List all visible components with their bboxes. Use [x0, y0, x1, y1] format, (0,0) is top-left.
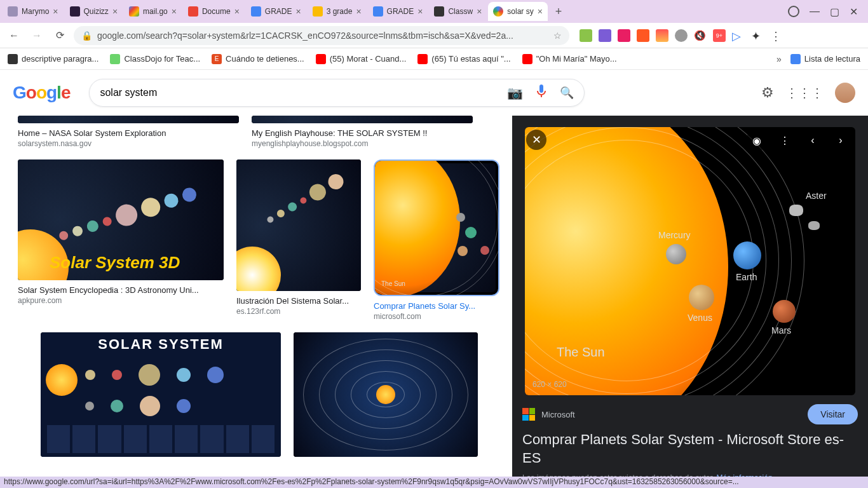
bookmark-descriptive[interactable]: descriptive paragra... — [8, 54, 98, 64]
bookmark-oh-mi-maria[interactable]: "Oh Mi María" Mayo... — [522, 54, 617, 64]
ext-icon-2[interactable] — [599, 29, 611, 42]
close-icon[interactable]: × — [234, 6, 240, 17]
ext-icon-8[interactable]: ▷ — [732, 29, 745, 42]
close-icon[interactable]: × — [53, 6, 58, 17]
detail-image[interactable]: Mercury Venus Earth Mars Aster The Sun 6… — [525, 127, 855, 395]
lens-icon[interactable]: ◉ — [746, 130, 768, 151]
visit-button[interactable]: Visitar — [808, 404, 858, 424]
browser-tab-bar: Marymo× Quizizz× mail.go× Docume× GRADE×… — [0, 0, 868, 23]
content: Home – NASA Solar System Exploration sol… — [0, 116, 868, 477]
result-item[interactable]: Home – NASA Solar System Exploration sol… — [18, 116, 239, 148]
tab-docume[interactable]: Docume× — [183, 2, 245, 21]
close-icon[interactable]: × — [477, 6, 482, 17]
close-icon[interactable]: × — [538, 6, 543, 17]
maximize-icon[interactable]: ▢ — [830, 6, 839, 18]
close-icon[interactable]: × — [172, 6, 177, 17]
bookmark-morat[interactable]: (55) Morat - Cuand... — [316, 54, 407, 64]
forward-button[interactable]: → — [28, 27, 46, 44]
tab-classw[interactable]: Classw× — [429, 2, 487, 21]
reload-button[interactable]: ⟳ — [51, 27, 69, 44]
status-bar: https://www.google.com/url?sa=i&url=http… — [0, 477, 868, 488]
mute-icon[interactable]: 🔇 — [694, 29, 707, 42]
ext-icon-4[interactable] — [637, 29, 649, 42]
bookmark-tu-estas[interactable]: (65) Tú estas aquí "... — [417, 54, 510, 64]
search-box[interactable]: 📷 🔍 — [89, 79, 585, 107]
search-input[interactable] — [100, 87, 507, 98]
mic-icon[interactable] — [536, 85, 547, 101]
result-item[interactable]: SOLAR SYSTEM — [41, 332, 281, 457]
search-icon[interactable]: 🔍 — [560, 86, 574, 100]
tab-grade1[interactable]: GRADE× — [246, 2, 306, 21]
bookmarks-more-icon[interactable]: » — [776, 54, 782, 64]
ext-icon-1[interactable] — [580, 29, 592, 42]
ext-icon-3[interactable] — [618, 29, 630, 42]
next-icon[interactable]: › — [830, 130, 851, 151]
image-title: Comprar Planets Solar System - Microsoft… — [522, 431, 858, 467]
microsoft-icon — [522, 408, 535, 421]
image-source[interactable]: Microsoft — [541, 410, 575, 419]
result-item[interactable]: My English Playhouse: THE SOLAR SYSTEM !… — [252, 116, 473, 148]
lock-icon: 🔒 — [81, 30, 92, 41]
tab-quizizz[interactable]: Quizizz× — [65, 2, 123, 21]
image-dimensions: 620 × 620 — [532, 380, 567, 389]
result-item[interactable]: Ilustración Del Sistema Solar... es.123r… — [236, 159, 361, 321]
url-text: google.com/search?q=solar+system&rlz=1CA… — [97, 30, 548, 41]
tab-marymo[interactable]: Marymo× — [3, 2, 64, 21]
close-icon[interactable]: × — [356, 6, 361, 17]
extension-icons: 🔇 9+ ▷ ✦ ⋮ — [580, 29, 783, 42]
settings-icon[interactable]: ⚙ — [761, 85, 774, 101]
image-results: Home – NASA Solar System Exploration sol… — [0, 116, 512, 477]
reading-list[interactable]: Lista de lectura — [790, 54, 860, 64]
more-icon[interactable]: ⋮ — [774, 130, 796, 151]
close-icon[interactable]: × — [417, 6, 423, 17]
tab-3grade[interactable]: 3 grade× — [308, 2, 367, 21]
bookmarks-bar: descriptive paragra... ClassDojo for Tea… — [0, 48, 868, 70]
result-item[interactable] — [294, 332, 478, 457]
ext-icon-6[interactable] — [675, 29, 688, 42]
minimize-icon[interactable]: — — [810, 6, 820, 18]
camera-icon[interactable]: 📷 — [507, 85, 523, 100]
bookmark-cuando[interactable]: ECuándo te detienes... — [212, 54, 304, 64]
url-bar[interactable]: 🔒 google.com/search?q=solar+system&rlz=1… — [74, 26, 569, 45]
search-header: Google 📷 🔍 ⚙ ⋮⋮⋮ — [0, 70, 868, 116]
new-tab-button[interactable]: + — [549, 5, 569, 18]
close-icon[interactable]: × — [112, 6, 118, 17]
tab-mail[interactable]: mail.go× — [124, 2, 182, 21]
bookmark-classdojo[interactable]: ClassDojo for Teac... — [110, 54, 200, 64]
star-icon[interactable]: ☆ — [553, 30, 562, 41]
prev-icon[interactable]: ‹ — [802, 130, 824, 151]
extensions-icon[interactable]: ✦ — [751, 29, 764, 42]
tab-grade2[interactable]: GRADE× — [368, 2, 428, 21]
image-detail-panel: ✕ ◉ ⋮ ‹ › Mercury Venus Earth Mars Aster — [512, 116, 868, 477]
nav-bar: ← → ⟳ 🔒 google.com/search?q=solar+system… — [0, 23, 868, 48]
menu-icon[interactable]: ⋮ — [770, 29, 783, 42]
tab-solar-sys[interactable]: solar sy× — [488, 2, 548, 21]
close-icon[interactable]: × — [296, 6, 301, 17]
ext-icon-5[interactable] — [656, 29, 668, 42]
result-item-selected[interactable]: The Sun Comprar Planets Solar Sy... micr… — [374, 159, 499, 321]
apps-icon[interactable]: ⋮⋮⋮ — [785, 85, 824, 100]
ext-icon-7[interactable]: 9+ — [713, 29, 726, 42]
image-meta: Microsoft Visitar — [522, 404, 858, 424]
google-logo[interactable]: Google — [13, 83, 70, 103]
account-icon[interactable] — [788, 6, 799, 17]
back-button[interactable]: ← — [5, 27, 23, 44]
avatar[interactable] — [835, 83, 855, 103]
window-close-icon[interactable]: ✕ — [850, 6, 858, 18]
close-panel-button[interactable]: ✕ — [526, 130, 546, 150]
result-item[interactable]: Solar System 3D Solar System Encyclopedi… — [18, 159, 224, 321]
